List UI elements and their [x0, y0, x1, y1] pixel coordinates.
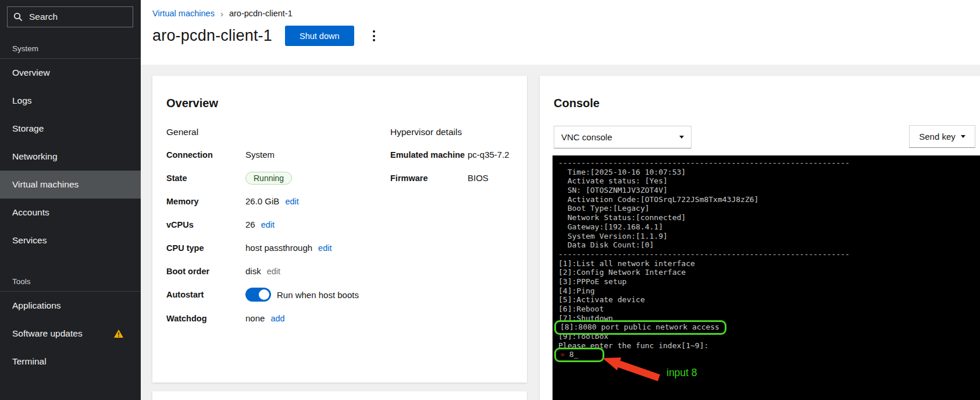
sidebar-item-services[interactable]: Services — [0, 226, 141, 254]
breadcrumb-separator-icon: › — [220, 9, 223, 18]
title-row: aro-pcdn-client-1 Shut down — [152, 26, 980, 46]
row-label-watchdog: Watchdog — [166, 314, 245, 323]
row-value-cpu-type: host passthroughedit — [245, 241, 513, 254]
sidebar: SystemOverviewLogsStorageNetworkingVirtu… — [0, 0, 141, 400]
shut-down-button[interactable]: Shut down — [285, 26, 354, 46]
annotation-label: input 8 — [667, 369, 697, 378]
console-type-value: VNC console — [561, 132, 612, 142]
sidebar-item-label: Accounts — [12, 207, 49, 218]
row-value-emulated-machine: pc-q35-7.2 — [468, 148, 527, 161]
overview-card-title: Overview — [166, 97, 218, 110]
row-label-boot-order: Boot order — [166, 267, 245, 276]
terminal-line: SN: [OTOSZNM1JV3ZOT4V] — [558, 186, 980, 195]
sidebar-item-networking[interactable]: Networking — [0, 143, 141, 171]
row-label-vcpus: vCPUs — [166, 220, 245, 229]
terminal-line: [2]:Config Network Interface — [558, 268, 980, 277]
edit-link[interactable]: edit — [261, 220, 275, 229]
next-card-partial — [152, 391, 527, 400]
sidebar-item-applications[interactable]: Applications — [0, 292, 141, 320]
warning-icon — [114, 330, 131, 338]
nav-section-label-system: System — [0, 44, 141, 53]
highlight-box: [8]:8080 port public network access — [554, 320, 726, 335]
sidebar-item-label: Software updates — [12, 328, 83, 339]
terminal-line: [6]:Reboot — [558, 305, 980, 314]
sidebar-item-software-updates[interactable]: Software updates — [0, 320, 141, 348]
sidebar-item-label: Networking — [12, 151, 58, 162]
row-label-autostart: Autostart — [166, 290, 245, 299]
sidebar-item-label: Storage — [12, 123, 44, 134]
terminal-line: ----------------------------------------… — [558, 158, 980, 168]
row-value-autostart: Run when host boots — [245, 288, 513, 302]
hypervisor-section: Hypervisor details Emulated machinepc-q3… — [390, 127, 527, 185]
edit-link[interactable]: edit — [285, 197, 298, 206]
toggle-knob — [259, 289, 269, 300]
value-text: none — [245, 313, 265, 323]
terminal-line: Gateway:[192.168.4.1] — [558, 222, 980, 232]
add-link[interactable]: add — [270, 314, 284, 323]
terminal-line: Boot Type:[Legacy] — [558, 204, 980, 213]
terminal-line: [4]:Ping — [558, 286, 980, 296]
terminal-line: Network Status:[connected] — [558, 213, 980, 222]
value-text: 26 — [245, 220, 255, 229]
chevron-down-icon — [961, 135, 965, 138]
row-label-emulated-machine: Emulated machine — [390, 150, 468, 160]
breadcrumb: Virtual machines › aro-pcdn-client-1 — [152, 9, 980, 18]
kebab-icon — [373, 30, 375, 33]
sidebar-item-terminal[interactable]: Terminal — [0, 348, 141, 376]
sidebar-item-label: Services — [12, 235, 47, 246]
page-header: Virtual machines › aro-pcdn-client-1 aro… — [141, 0, 980, 65]
terminal-lines: ----------------------------------------… — [558, 158, 980, 359]
terminal-line: System Version:[1.1.9] — [558, 232, 980, 241]
terminal-line: » 8_ — [558, 350, 980, 359]
row-label-cpu-type: CPU type — [166, 243, 245, 253]
terminal-line: [3]:PPPoE setup — [558, 277, 980, 286]
breadcrumb-current: aro-pcdn-client-1 — [229, 9, 293, 18]
edit-link[interactable]: edit — [267, 267, 280, 276]
search-box — [7, 6, 133, 27]
breadcrumb-link-virtual-machines[interactable]: Virtual machines — [152, 9, 215, 18]
row-label-state: State — [166, 174, 245, 183]
cockpit-app: SystemOverviewLogsStorageNetworkingVirtu… — [0, 0, 980, 400]
row-label-firmware: Firmware — [390, 174, 468, 183]
search-input[interactable] — [28, 11, 127, 23]
terminal-line: Please enter the func index[1~9]: — [558, 341, 980, 351]
row-label-connection: Connection — [166, 150, 245, 160]
sidebar-item-label: Overview — [12, 68, 50, 78]
send-key-button[interactable]: Send key — [909, 125, 975, 148]
autostart-toggle[interactable] — [245, 288, 271, 302]
row-value-memory: 26.0 GiBedit — [245, 194, 513, 208]
terminal-line: Activation Code:[OTOSrqL722JSm8Txm43J8zZ… — [558, 195, 980, 204]
hypervisor-section-label: Hypervisor details — [390, 127, 527, 137]
edit-link[interactable]: edit — [318, 243, 332, 253]
row-value-firmware: BIOS — [468, 171, 527, 185]
sidebar-item-label: Terminal — [12, 356, 47, 367]
console-type-select[interactable]: VNC console — [554, 126, 692, 148]
sidebar-item-accounts[interactable]: Accounts — [0, 199, 141, 226]
value-text: BIOS — [468, 173, 489, 183]
console-card-title: Console — [554, 97, 600, 110]
sidebar-item-logs[interactable]: Logs — [0, 87, 141, 115]
row-value-boot-order: diskedit — [245, 264, 513, 278]
sidebar-item-label: Applications — [12, 300, 61, 311]
terminal-line: [1]:List all network interface — [558, 259, 980, 268]
row-value-watchdog: noneadd — [245, 311, 513, 325]
kebab-menu-button[interactable] — [368, 26, 380, 46]
value-text: System — [245, 150, 275, 160]
terminal-line: Data Disk Count:[0] — [558, 240, 980, 250]
page-title: aro-pcdn-client-1 — [152, 27, 272, 45]
terminal-line: Activate status: [Yes] — [558, 176, 980, 186]
search-icon — [13, 12, 23, 22]
sidebar-item-virtual-machines[interactable]: Virtual machines — [0, 171, 141, 199]
value-text: host passthrough — [245, 243, 312, 253]
sidebar-item-label: Virtual machines — [12, 179, 79, 190]
vnc-console-display[interactable]: ----------------------------------------… — [553, 155, 980, 400]
overview-card-body: General ConnectionSystemStateRunningMemo… — [166, 127, 513, 325]
row-label-memory: Memory — [166, 197, 245, 206]
sidebar-item-overview[interactable]: Overview — [0, 59, 141, 87]
terminal-line: [5]:Activate device — [558, 295, 980, 305]
sidebar-item-label: Logs — [12, 95, 32, 106]
value-text: pc-q35-7.2 — [468, 150, 509, 160]
sidebar-item-storage[interactable]: Storage — [0, 115, 141, 143]
overview-card: Overview General ConnectionSystemStateRu… — [152, 76, 527, 383]
send-key-label: Send key — [919, 132, 956, 141]
